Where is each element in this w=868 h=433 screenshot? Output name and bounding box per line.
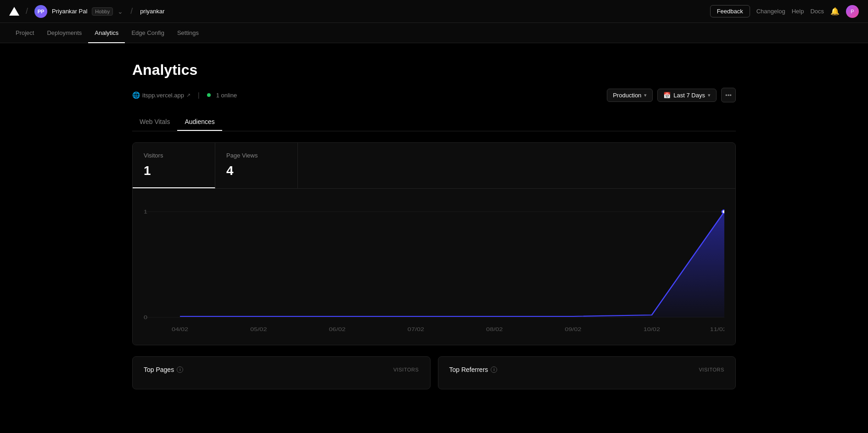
svg-point-13 [722, 210, 724, 214]
top-referrers-title: Top Referrers i [449, 366, 498, 373]
chart-area: 1 0 04/02 05/02 06/02 07/02 08/02 09/02 … [133, 189, 735, 345]
page-title: Analytics [132, 62, 736, 79]
topbar: / PP Priyankar Pal Hobby ⌄ / priyankar F… [0, 0, 868, 23]
svg-text:07/02: 07/02 [408, 326, 424, 332]
visitors-label: Visitors [144, 152, 204, 159]
changelog-link[interactable]: Changelog [756, 8, 785, 15]
svg-text:09/02: 09/02 [565, 326, 581, 332]
hobby-badge: Hobby [92, 7, 113, 16]
svg-text:06/02: 06/02 [329, 326, 346, 332]
svg-text:04/02: 04/02 [172, 326, 188, 332]
nav-deployments[interactable]: Deployments [40, 23, 88, 43]
external-link-icon: ↗ [186, 92, 190, 98]
expand-icon[interactable]: ⌄ [118, 8, 123, 15]
online-count: 1 online [216, 92, 237, 99]
svg-text:0: 0 [144, 315, 147, 321]
date-range-dropdown[interactable]: 📅 Last 7 Days ▾ [657, 89, 717, 102]
svg-text:1: 1 [144, 209, 147, 215]
page-views-value: 4 [226, 163, 286, 178]
separator-2: / [130, 6, 133, 16]
production-dropdown[interactable]: Production ▾ [607, 89, 653, 102]
main-content: Analytics 🌐 itspp.vercel.app ↗ | 1 onlin… [0, 43, 868, 408]
navbar: Project Deployments Analytics Edge Confi… [0, 23, 868, 43]
vercel-logo[interactable] [9, 6, 19, 17]
top-pages-title: Top Pages i [144, 366, 183, 373]
tabs: Web Vitals Audiences [132, 113, 736, 131]
meta-left: 🌐 itspp.vercel.app ↗ | 1 online [132, 91, 237, 99]
docs-link[interactable]: Docs [810, 8, 824, 15]
top-referrers-visitors-label: VISITORS [699, 367, 724, 372]
user-avatar[interactable]: P [846, 5, 859, 18]
top-pages-card: Top Pages i VISITORS [132, 356, 431, 389]
meta-right: Production ▾ 📅 Last 7 Days ▾ ••• [607, 88, 736, 102]
notifications-icon[interactable]: 🔔 [830, 7, 840, 16]
svg-text:10/02: 10/02 [644, 326, 660, 332]
top-pages-visitors-label: VISITORS [393, 367, 419, 372]
nav-project[interactable]: Project [9, 23, 40, 43]
divider: | [198, 91, 200, 99]
meta-row: 🌐 itspp.vercel.app ↗ | 1 online Producti… [132, 88, 736, 102]
bottom-row: Top Pages i VISITORS Top Referrers i VIS… [132, 356, 736, 389]
separator-1: / [26, 6, 28, 16]
svg-text:11/02: 11/02 [710, 326, 724, 332]
site-link-text: itspp.vercel.app [142, 92, 184, 99]
info-icon[interactable]: i [177, 366, 183, 373]
chevron-down-icon: ▾ [644, 92, 647, 98]
project-name: priyankar [140, 8, 164, 15]
nav-settings[interactable]: Settings [171, 23, 205, 43]
production-label: Production [613, 92, 641, 99]
tab-audiences[interactable]: Audiences [177, 113, 222, 131]
stats-container: Visitors 1 Page Views 4 1 0 04/02 05/02 … [132, 142, 736, 345]
chevron-down-icon-2: ▾ [708, 92, 711, 98]
svg-text:05/02: 05/02 [250, 326, 267, 332]
visitors-value: 1 [144, 163, 204, 178]
info-icon-2[interactable]: i [491, 366, 497, 373]
ellipsis-icon: ••• [725, 92, 732, 99]
tab-web-vitals[interactable]: Web Vitals [132, 113, 177, 131]
svg-marker-12 [180, 212, 724, 317]
nav-edge-config[interactable]: Edge Config [125, 23, 171, 43]
avatar: PP [34, 5, 47, 18]
page-views-stat[interactable]: Page Views 4 [215, 143, 298, 188]
nav-analytics[interactable]: Analytics [88, 23, 125, 43]
online-indicator [207, 93, 211, 97]
globe-icon: 🌐 [132, 91, 140, 99]
feedback-button[interactable]: Feedback [710, 5, 750, 17]
more-options-button[interactable]: ••• [721, 88, 736, 102]
stats-row: Visitors 1 Page Views 4 [133, 143, 735, 189]
site-link[interactable]: 🌐 itspp.vercel.app ↗ [132, 91, 190, 99]
visitors-stat[interactable]: Visitors 1 [133, 143, 215, 188]
date-range-label: Last 7 Days [673, 92, 705, 99]
svg-text:08/02: 08/02 [486, 326, 503, 332]
page-views-label: Page Views [226, 152, 286, 159]
visitors-chart: 1 0 04/02 05/02 06/02 07/02 08/02 09/02 … [144, 198, 724, 336]
help-link[interactable]: Help [792, 8, 804, 15]
top-pages-header: Top Pages i VISITORS [144, 366, 419, 373]
topbar-left: / PP Priyankar Pal Hobby ⌄ / priyankar [9, 5, 165, 18]
user-name: Priyankar Pal [52, 8, 87, 15]
calendar-icon: 📅 [663, 92, 671, 99]
topbar-right: Feedback Changelog Help Docs 🔔 P [710, 5, 859, 18]
top-referrers-card: Top Referrers i VISITORS [438, 356, 736, 389]
top-referrers-header: Top Referrers i VISITORS [449, 366, 725, 373]
